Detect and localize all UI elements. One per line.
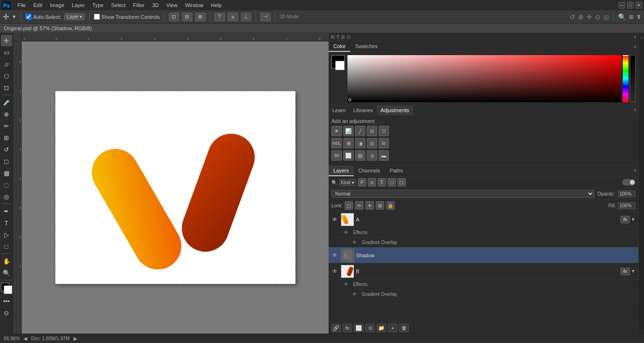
menu-file[interactable]: File: [14, 1, 29, 9]
quick-select-tool[interactable]: ⬡: [1, 70, 12, 82]
search-btn[interactable]: 🔍: [618, 13, 626, 21]
new-group-btn[interactable]: 📁: [377, 324, 386, 332]
menu-window[interactable]: Window: [182, 1, 206, 9]
more-tools-btn[interactable]: •••: [1, 295, 12, 307]
adj-channel-mixer[interactable]: ⊟: [379, 138, 389, 148]
eyedropper-tool[interactable]: 💉: [1, 97, 12, 108]
menu-help[interactable]: Help: [208, 1, 225, 9]
bottom-arrow-right[interactable]: ▶: [74, 336, 77, 341]
lock-image[interactable]: ✏: [355, 201, 363, 210]
adj-posterize[interactable]: ▤: [355, 150, 365, 161]
lock-artboard[interactable]: ⊞: [376, 201, 384, 210]
adj-color-lookup[interactable]: 3D: [331, 150, 342, 161]
distribute-h-btn[interactable]: ⊣: [260, 13, 271, 21]
window-maximize[interactable]: □: [627, 2, 634, 8]
color-gradient-picker[interactable]: [347, 55, 621, 102]
adj-invert[interactable]: ⬜: [343, 150, 354, 161]
filter-kind-dropdown[interactable]: Kind ▾: [339, 179, 356, 186]
marquee-tool[interactable]: ▭: [1, 47, 12, 58]
align-center-btn[interactable]: ⊟: [182, 13, 192, 21]
bottom-arrow-left[interactable]: ◀: [24, 336, 27, 341]
history-state-btn[interactable]: ⊞: [341, 34, 345, 40]
pen-tool[interactable]: ✒: [1, 205, 12, 217]
crop-tool[interactable]: ⊡: [1, 82, 12, 93]
add-mask-btn[interactable]: ⬜: [354, 324, 363, 332]
menu-type[interactable]: Type: [89, 1, 107, 9]
link-layers-btn[interactable]: 🔗: [331, 324, 341, 332]
adj-threshold[interactable]: ⧄: [367, 150, 377, 161]
align-right-btn[interactable]: ⊞: [195, 13, 206, 21]
menu-select[interactable]: Select: [108, 1, 129, 9]
filter-smart-object[interactable]: ⬡: [397, 178, 406, 187]
layer-row-shadow[interactable]: 👁 S Shadow: [329, 247, 638, 263]
roll-3d-btn[interactable]: ⊕: [578, 13, 584, 21]
adj-gradient-map[interactable]: ▬: [379, 150, 389, 161]
distribute-top-btn[interactable]: ⊤: [215, 13, 225, 21]
layer-A-fx[interactable]: fx: [620, 216, 630, 223]
show-transform-check[interactable]: Show Transform Controls: [94, 14, 160, 20]
tab-swatches[interactable]: Swatches: [350, 41, 382, 52]
blur-tool[interactable]: ◌: [1, 179, 12, 190]
gradient-tool[interactable]: ▦: [1, 167, 12, 179]
right-collapse[interactable]: «: [638, 33, 644, 334]
panel-collapse-btn[interactable]: «: [634, 34, 636, 40]
color-panel-menu[interactable]: ≡: [632, 42, 638, 51]
share-btn[interactable]: ⬆: [636, 14, 641, 20]
adj-curves[interactable]: ╱: [355, 126, 365, 136]
history-tool[interactable]: ↺: [1, 144, 12, 155]
layer-shadow-visibility[interactable]: 👁: [330, 251, 339, 260]
distribute-mid-btn[interactable]: ≡: [228, 13, 238, 21]
layer-B-gradient-overlay[interactable]: 👁 Gradient Overlay: [329, 290, 638, 299]
adj-photo-filter[interactable]: ◎: [367, 138, 377, 148]
layer-B-expand[interactable]: ▼: [630, 268, 636, 275]
window-close[interactable]: ✕: [636, 2, 642, 8]
brush-tool[interactable]: ✏: [1, 120, 12, 131]
blend-mode-dropdown[interactable]: Normal: [331, 190, 594, 198]
filter-shape[interactable]: □: [388, 178, 396, 187]
auto-select-dropdown[interactable]: Layer▾: [64, 13, 85, 20]
hue-bar[interactable]: [623, 55, 628, 102]
settings-btn[interactable]: ⊡: [347, 34, 350, 40]
pan-3d-btn[interactable]: ✛: [586, 13, 592, 21]
bg-color-swatch[interactable]: [335, 61, 345, 70]
new-layer-btn[interactable]: +: [388, 324, 397, 332]
gradient-overlay-visibility-A[interactable]: 👁: [350, 240, 359, 245]
adj-panel-menu[interactable]: ≡: [632, 106, 638, 115]
move-options[interactable]: ▼: [12, 14, 17, 19]
distribute-bot-btn[interactable]: ⊥: [241, 13, 251, 21]
eraser-tool[interactable]: ◻: [1, 155, 12, 167]
gradient-overlay-visibility-B[interactable]: 👁: [350, 292, 359, 297]
tab-layers[interactable]: Layers: [329, 166, 354, 176]
tab-color[interactable]: Color: [329, 41, 350, 52]
lock-position[interactable]: ✛: [365, 201, 374, 210]
adj-color-balance[interactable]: ⊞: [343, 138, 354, 148]
menu-layer[interactable]: Layer: [68, 1, 88, 9]
path-select-tool[interactable]: ▷: [1, 229, 12, 240]
lock-all[interactable]: 🔒: [386, 201, 395, 210]
type-tool[interactable]: T: [1, 217, 12, 229]
adj-bw[interactable]: ◑: [355, 138, 365, 148]
adj-levels[interactable]: 📊: [343, 126, 354, 136]
tab-learn[interactable]: Learn: [329, 106, 349, 115]
layer-row-A[interactable]: 👁: [329, 212, 638, 228]
move-tool[interactable]: ✛: [1, 35, 12, 46]
filter-toggle[interactable]: [622, 179, 636, 186]
delete-layer-btn[interactable]: 🗑: [399, 324, 409, 332]
slide-3d-btn[interactable]: ⊙: [595, 13, 601, 21]
layers-panel-menu[interactable]: ≡: [632, 166, 638, 176]
dodge-tool[interactable]: ◎: [1, 191, 12, 202]
canvas-area[interactable]: -1 0 1 2 3 4 5 6 7 8 9 10 0 1 2 3 4 5 6 …: [13, 33, 329, 334]
layer-A-expand[interactable]: ▼: [630, 216, 636, 223]
opacity-input[interactable]: [618, 190, 636, 197]
workspace-btn[interactable]: ⊞: [629, 14, 634, 20]
align-left-btn[interactable]: ⊡: [169, 13, 179, 21]
adj-vibrance[interactable]: ▽: [379, 126, 389, 136]
alpha-bar[interactable]: [630, 55, 636, 102]
effects-visibility-B[interactable]: 👁: [342, 282, 350, 287]
contextual-btn[interactable]: Ai: [330, 34, 335, 40]
layer-B-fx[interactable]: fx: [620, 268, 630, 275]
menu-filter[interactable]: Filter: [130, 1, 148, 9]
filter-adjustment[interactable]: ⊙: [368, 178, 376, 187]
rotate-3d-btn[interactable]: ↺: [570, 13, 575, 21]
tab-adjustments[interactable]: Adjustments: [377, 106, 413, 115]
